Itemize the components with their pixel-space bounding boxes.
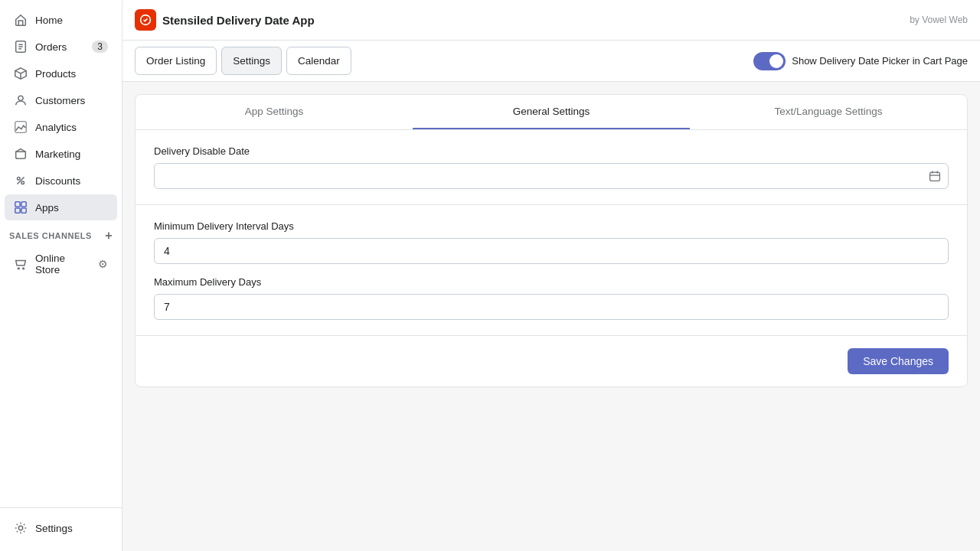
sales-channels-header: Sales Channels + — [0, 221, 122, 246]
save-row: Save Changes — [136, 336, 967, 386]
sidebar-item-home[interactable]: Home — [5, 7, 117, 33]
min-delivery-interval-label: Minimum Delivery Interval Days — [154, 220, 949, 232]
orders-badge: 3 — [92, 41, 108, 53]
svg-point-11 — [18, 526, 22, 530]
svg-rect-7 — [15, 208, 20, 213]
tab-calendar[interactable]: Calendar — [286, 47, 351, 75]
online-store-icon — [14, 257, 28, 271]
calendar-icon-button[interactable] — [927, 168, 942, 184]
apps-icon — [14, 201, 28, 214]
min-delivery-interval-input[interactable] — [154, 238, 949, 264]
analytics-icon — [14, 120, 28, 134]
settings-card: App Settings General Settings Text/Langu… — [135, 94, 968, 387]
add-sales-channel-icon[interactable]: + — [105, 229, 113, 243]
svg-point-1 — [18, 96, 23, 100]
sidebar-bottom: Settings — [0, 507, 122, 551]
app-icon — [135, 9, 156, 31]
sidebar-item-customers[interactable]: Customers — [5, 87, 117, 113]
delivery-interval-section: Minimum Delivery Interval Days Maximum D… — [136, 205, 967, 336]
sidebar-item-orders[interactable]: Orders 3 — [5, 34, 117, 60]
svg-point-10 — [23, 268, 24, 269]
content-area: App Settings General Settings Text/Langu… — [122, 82, 980, 551]
sidebar-item-orders-label: Orders — [35, 41, 67, 53]
sidebar-item-settings[interactable]: Settings — [5, 515, 117, 541]
max-delivery-days-input[interactable] — [154, 294, 949, 320]
svg-rect-8 — [21, 208, 26, 213]
tab-settings[interactable]: Settings — [221, 47, 282, 75]
inner-tabs: App Settings General Settings Text/Langu… — [136, 95, 967, 130]
svg-point-4 — [21, 181, 24, 184]
online-store-settings-icon[interactable]: ⚙ — [98, 258, 108, 270]
svg-rect-5 — [15, 202, 20, 207]
inner-tab-general-settings[interactable]: General Settings — [413, 95, 690, 129]
app-byline: by Vowel Web — [910, 15, 968, 25]
products-icon — [14, 67, 28, 80]
max-delivery-days-label: Maximum Delivery Days — [154, 276, 949, 288]
svg-point-3 — [18, 178, 21, 181]
inner-tab-app-settings[interactable]: App Settings — [136, 95, 413, 129]
sidebar-item-settings-label: Settings — [35, 523, 73, 534]
main-content: Stensiled Delivery Date App by Vowel Web… — [122, 0, 980, 551]
home-icon — [14, 13, 28, 27]
customers-icon — [14, 93, 28, 107]
app-header-left: Stensiled Delivery Date App — [135, 9, 315, 31]
sidebar-item-discounts-label: Discounts — [35, 175, 80, 187]
sidebar-item-analytics[interactable]: Analytics — [5, 114, 117, 140]
delivery-disable-date-label: Delivery Disable Date — [154, 145, 949, 157]
sidebar-item-discounts[interactable]: Discounts — [5, 168, 117, 194]
inner-tab-text-language-settings[interactable]: Text/Language Settings — [690, 95, 967, 129]
save-changes-button[interactable]: Save Changes — [848, 348, 949, 374]
delivery-disable-date-input[interactable] — [154, 163, 949, 189]
tabs-bar: Order Listing Settings Calendar Show Del… — [122, 41, 980, 82]
toggle-label: Show Delivery Date Picker in Cart Page — [792, 55, 968, 67]
sidebar-item-analytics-label: Analytics — [35, 122, 77, 133]
app-header: Stensiled Delivery Date App by Vowel Web — [122, 0, 980, 41]
sidebar-item-online-store-label: Online Store — [35, 253, 90, 276]
settings-icon — [14, 521, 28, 535]
sidebar-item-products-label: Products — [35, 68, 76, 80]
sidebar-item-products[interactable]: Products — [5, 60, 117, 86]
tab-order-listing[interactable]: Order Listing — [135, 47, 217, 75]
sidebar-item-apps[interactable]: Apps — [5, 194, 117, 220]
sidebar-item-apps-label: Apps — [35, 202, 59, 214]
sidebar-nav: Home Orders 3 Products — [0, 0, 122, 507]
sidebar-item-marketing[interactable]: Marketing — [5, 141, 117, 167]
app-title: Stensiled Delivery Date App — [162, 14, 315, 27]
sidebar-item-customers-label: Customers — [35, 95, 85, 106]
sidebar: Home Orders 3 Products — [0, 0, 122, 551]
discounts-icon — [14, 174, 28, 187]
svg-point-9 — [18, 268, 19, 269]
toggle-row: Show Delivery Date Picker in Cart Page — [753, 41, 968, 81]
delivery-date-picker-toggle[interactable] — [753, 52, 786, 70]
sidebar-item-marketing-label: Marketing — [35, 148, 80, 160]
sidebar-item-home-label: Home — [35, 15, 63, 26]
delivery-disable-date-wrapper — [154, 163, 949, 189]
orders-icon — [14, 40, 28, 54]
sidebar-item-online-store[interactable]: Online Store ⚙ — [5, 246, 117, 282]
svg-rect-13 — [930, 172, 940, 181]
svg-rect-6 — [21, 202, 26, 207]
delivery-disable-date-section: Delivery Disable Date — [136, 130, 967, 205]
marketing-icon — [14, 147, 28, 161]
